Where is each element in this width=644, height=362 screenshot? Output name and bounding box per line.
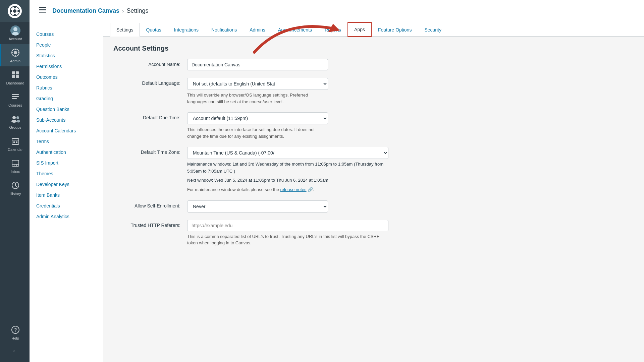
sidebar-link-credentials[interactable]: Credentials bbox=[30, 200, 103, 211]
body-layout: Courses People Statistics Permissions Ou… bbox=[30, 22, 644, 362]
svg-point-1 bbox=[13, 9, 16, 13]
sidebar-item-calendar[interactable]: Calendar bbox=[0, 133, 30, 155]
default-due-time-field: Account default (11:59pm) This influence… bbox=[187, 112, 328, 139]
default-due-time-hint: This influences the user interface for s… bbox=[187, 126, 328, 139]
sidebar-link-themes[interactable]: Themes bbox=[30, 168, 103, 179]
sidebar-item-label: Courses bbox=[8, 103, 22, 107]
maintenance-text-2: Next window: Wed Jun 5, 2024 at 11:05pm … bbox=[187, 177, 388, 184]
dashboard-icon bbox=[10, 70, 20, 80]
svg-point-11 bbox=[15, 49, 16, 50]
sidebar-item-account[interactable]: Account bbox=[0, 22, 30, 44]
sidebar-item-dashboard[interactable]: Dashboard bbox=[0, 66, 30, 88]
form-row-account-name: Account Name: bbox=[113, 59, 634, 70]
tab-reports[interactable]: Reports bbox=[318, 23, 347, 37]
breadcrumb-parent[interactable]: Documentation Canvas bbox=[52, 7, 119, 14]
sidebar-item-label: Inbox bbox=[11, 170, 20, 174]
svg-point-7 bbox=[13, 27, 17, 31]
sidebar-link-courses[interactable]: Courses bbox=[30, 29, 103, 40]
sidebar-item-label: Calendar bbox=[8, 147, 23, 152]
tab-quotas[interactable]: Quotas bbox=[140, 23, 168, 37]
sidebar-link-permissions[interactable]: Permissions bbox=[30, 61, 103, 72]
svg-rect-40 bbox=[39, 9, 46, 10]
tab-apps[interactable]: Apps bbox=[347, 22, 372, 37]
form-row-trusted-http: Trusted HTTP Referers: This is a comma s… bbox=[113, 220, 634, 246]
settings-content: Account Settings Account Name: Default L… bbox=[103, 37, 644, 262]
tab-admins[interactable]: Admins bbox=[243, 23, 272, 37]
account-name-input[interactable] bbox=[187, 59, 328, 70]
sidebar-item-label: Help bbox=[11, 336, 19, 340]
default-time-zone-label: Default Time Zone: bbox=[113, 147, 180, 155]
svg-rect-19 bbox=[12, 94, 19, 95]
left-nav: Account Admin Dashboard bbox=[0, 0, 30, 362]
sidebar-link-admin-analytics[interactable]: Admin Analytics bbox=[30, 211, 103, 222]
trusted-http-input[interactable] bbox=[187, 220, 388, 231]
breadcrumb-separator: › bbox=[122, 8, 124, 14]
nav-logo bbox=[0, 0, 30, 22]
default-language-label: Default Language: bbox=[113, 78, 180, 86]
sidebar-link-item-banks[interactable]: Item Banks bbox=[30, 190, 103, 200]
tab-settings[interactable]: Settings bbox=[110, 23, 140, 37]
sidebar-item-inbox[interactable]: Inbox bbox=[0, 155, 30, 177]
default-time-zone-select[interactable]: Mountain Time (US & Canada) (-07:00/ bbox=[187, 147, 388, 159]
sidebar-item-courses[interactable]: Courses bbox=[0, 88, 30, 111]
help-icon: ? bbox=[10, 325, 20, 335]
svg-point-13 bbox=[11, 52, 13, 53]
svg-rect-39 bbox=[39, 7, 46, 8]
sidebar-link-developer-keys[interactable]: Developer Keys bbox=[30, 179, 103, 190]
svg-rect-17 bbox=[12, 75, 15, 78]
sidebar-link-statistics[interactable]: Statistics bbox=[30, 50, 103, 61]
default-language-select[interactable]: Not set (defaults to English (United Sta… bbox=[187, 78, 328, 90]
tab-feature-options[interactable]: Feature Options bbox=[372, 23, 418, 37]
sidebar-link-authentication[interactable]: Authentication bbox=[30, 147, 103, 158]
svg-point-14 bbox=[18, 52, 19, 53]
form-row-default-time-zone: Default Time Zone: Mountain Time (US & C… bbox=[113, 147, 634, 193]
sidebar-item-label: Dashboard bbox=[6, 81, 24, 85]
sidebar-link-rubrics[interactable]: Rubrics bbox=[30, 82, 103, 93]
sidebar-link-terms[interactable]: Terms bbox=[30, 136, 103, 147]
default-language-field: Not set (defaults to English (United Sta… bbox=[187, 78, 328, 105]
sidebar-item-help[interactable]: ? Help bbox=[0, 321, 30, 344]
sidebar-item-label: Groups bbox=[9, 125, 21, 129]
default-due-time-select[interactable]: Account default (11:59pm) bbox=[187, 112, 328, 124]
top-header: Documentation Canvas › Settings bbox=[30, 0, 644, 22]
release-notes-hint: For maintenance window details please se… bbox=[187, 186, 388, 193]
svg-point-5 bbox=[17, 10, 19, 12]
sidebar-item-history[interactable]: History bbox=[0, 177, 30, 199]
inbox-icon bbox=[10, 158, 20, 168]
main-container: Documentation Canvas › Settings Courses … bbox=[30, 0, 644, 362]
tabs-bar: Settings Quotas Integrations Notificatio… bbox=[103, 22, 644, 37]
sidebar-link-account-calendars[interactable]: Account Calendars bbox=[30, 125, 103, 136]
courses-icon bbox=[10, 92, 20, 102]
calendar-icon bbox=[10, 136, 20, 146]
sidebar-link-sub-accounts[interactable]: Sub-Accounts bbox=[30, 115, 103, 125]
svg-rect-21 bbox=[12, 98, 17, 99]
svg-rect-26 bbox=[12, 138, 19, 144]
collapse-icon: ← bbox=[12, 347, 19, 355]
svg-point-23 bbox=[11, 120, 17, 123]
sidebar-item-admin[interactable]: Admin bbox=[0, 44, 30, 66]
sidebar-link-sis-import[interactable]: SIS Import bbox=[30, 158, 103, 168]
svg-rect-15 bbox=[12, 71, 15, 74]
release-notes-link[interactable]: release notes bbox=[280, 187, 307, 192]
svg-point-12 bbox=[15, 55, 16, 57]
collapse-nav-button[interactable]: ← bbox=[0, 344, 30, 358]
sidebar-link-outcomes[interactable]: Outcomes bbox=[30, 72, 103, 82]
self-enrollment-label: Allow Self-Enrollment: bbox=[113, 200, 180, 208]
hamburger-button[interactable] bbox=[36, 6, 49, 16]
trusted-http-label: Trusted HTTP Referers: bbox=[113, 220, 180, 228]
sidebar-link-grading[interactable]: Grading bbox=[30, 93, 103, 104]
self-enrollment-field: Never bbox=[187, 200, 328, 213]
sidebar-link-question-banks[interactable]: Question Banks bbox=[30, 104, 103, 115]
svg-point-4 bbox=[10, 10, 12, 12]
sidebar-link-people[interactable]: People bbox=[30, 40, 103, 50]
sidebar-item-groups[interactable]: Groups bbox=[0, 111, 30, 133]
default-time-zone-field: Mountain Time (US & Canada) (-07:00/ Mai… bbox=[187, 147, 388, 193]
svg-rect-41 bbox=[39, 12, 46, 13]
tab-security[interactable]: Security bbox=[418, 23, 448, 37]
tab-integrations[interactable]: Integrations bbox=[168, 23, 205, 37]
content-area: Settings Quotas Integrations Notificatio… bbox=[103, 22, 644, 362]
trusted-http-field: This is a comma separated list of URL's … bbox=[187, 220, 388, 246]
tab-notifications[interactable]: Notifications bbox=[205, 23, 243, 37]
self-enrollment-select[interactable]: Never bbox=[187, 200, 328, 213]
tab-announcements[interactable]: Announcements bbox=[272, 23, 318, 37]
